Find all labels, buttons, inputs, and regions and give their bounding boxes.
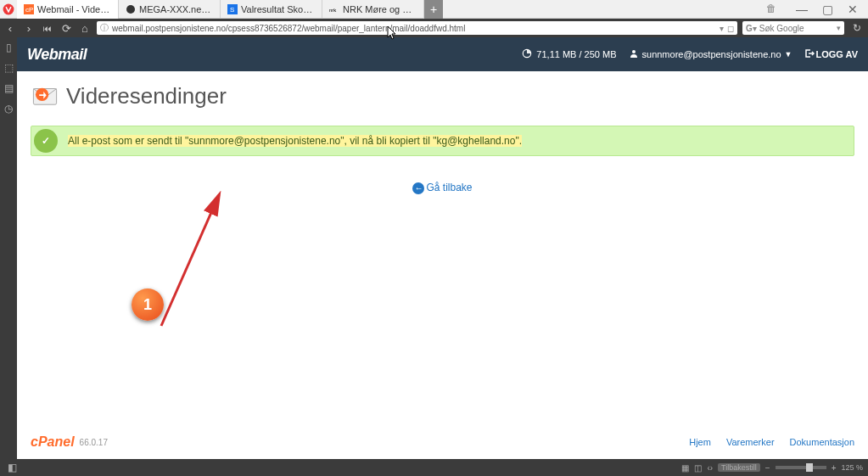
annotation-badge: 1 <box>132 288 164 321</box>
tab-nrk[interactable]: nrk NRK Møre og Romsdal – Lo… <box>322 0 424 19</box>
tab-label: MEGA-XXX.net - Порно ви… <box>139 4 213 14</box>
favicon-icon: cP <box>24 4 34 14</box>
page-title: Videresendinger <box>66 83 227 109</box>
gauge-icon <box>521 48 533 61</box>
disk-usage-text: 71,11 MB / 250 MB <box>536 49 616 59</box>
reader-icon[interactable]: ▾ <box>720 24 724 33</box>
zoom-percentage: 125 % <box>841 463 863 472</box>
go-back-link[interactable]: ←Gå tilbake <box>31 182 854 194</box>
url-input[interactable] <box>112 24 716 33</box>
devtools-icon[interactable]: ‹› <box>707 463 713 473</box>
back-button[interactable]: ‹ <box>3 22 17 35</box>
user-menu[interactable]: sunnmore@postpensjonistene.no ▼ <box>629 48 792 60</box>
minimize-button[interactable]: — <box>793 3 810 16</box>
favicon-icon: nrk <box>329 4 339 14</box>
tab-valresultat[interactable]: S Valresultat Skodje kommu… <box>221 0 322 19</box>
tab-webmail[interactable]: cP Webmail - Videresendinger <box>17 0 119 19</box>
cpanel-logo[interactable]: cPanel <box>31 434 75 450</box>
search-input[interactable] <box>759 24 837 33</box>
vivaldi-app-icon[interactable] <box>0 0 17 19</box>
home-button[interactable]: ⌂ <box>78 22 92 35</box>
zoom-slider[interactable] <box>776 466 826 469</box>
footer-link-home[interactable]: Hjem <box>689 437 711 447</box>
logout-label: LOGG AV <box>816 49 859 59</box>
sync-icon[interactable]: ↻ <box>849 22 865 34</box>
svg-text:cP: cP <box>25 6 33 14</box>
zoom-reset-button[interactable]: Tilbakestill <box>718 463 760 472</box>
images-toggle-icon[interactable]: ▦ <box>681 463 689 473</box>
user-icon <box>629 48 639 60</box>
alert-text: All e-post som er sendt til "sunnmore@po… <box>64 130 525 152</box>
back-arrow-icon: ← <box>412 182 424 194</box>
svg-point-8 <box>632 50 636 53</box>
webmail-logo[interactable]: Webmail <box>27 46 87 64</box>
history-panel-icon[interactable]: ◷ <box>2 102 15 115</box>
svg-text:nrk: nrk <box>329 8 337 13</box>
search-dropdown-icon[interactable]: ▾ <box>837 24 841 32</box>
tab-label: Valresultat Skodje kommu… <box>241 4 315 14</box>
new-tab-button[interactable]: + <box>424 0 443 19</box>
maximize-button[interactable]: ▢ <box>819 3 836 16</box>
footer-link-trademarks[interactable]: Varemerker <box>726 437 775 447</box>
forwarding-icon <box>31 81 59 110</box>
user-email: sunnmore@postpensjonistene.no <box>642 49 781 59</box>
disk-usage: 71,11 MB / 250 MB <box>521 48 616 61</box>
address-bar[interactable]: ⓘ ▾ ◻ <box>97 21 737 35</box>
caret-down-icon: ▼ <box>785 50 792 59</box>
tile-icon[interactable]: ◫ <box>694 463 702 473</box>
bookmark-icon[interactable]: ◻ <box>727 24 734 33</box>
success-alert: ✓ All e-post som er sendt til "sunnmore@… <box>31 126 854 156</box>
close-button[interactable]: ✕ <box>844 3 861 16</box>
forward-button[interactable]: › <box>22 22 36 35</box>
zoom-out-button[interactable]: − <box>765 463 770 473</box>
search-bar[interactable]: G▾ ▾ <box>742 21 844 35</box>
logout-icon <box>804 48 815 60</box>
badge-number: 1 <box>143 296 152 314</box>
logout-button[interactable]: LOGG AV <box>804 48 859 60</box>
bookmarks-panel-icon[interactable]: ▯ <box>2 41 15 54</box>
browser-tabs: cP Webmail - Videresendinger MEGA-XXX.ne… <box>17 0 759 19</box>
reload-button[interactable]: ⟳ <box>59 22 73 35</box>
favicon-icon: S <box>227 4 238 14</box>
svg-point-3 <box>126 5 135 14</box>
footer-link-docs[interactable]: Dokumentasjon <box>790 437 854 447</box>
svg-text:S: S <box>230 6 234 14</box>
panel-toggle-icon[interactable]: ◧ <box>5 461 19 474</box>
tab-label: Webmail - Videresendinger <box>37 4 111 14</box>
cpanel-version: 66.0.17 <box>80 438 108 447</box>
tab-label: NRK Møre og Romsdal – Lo… <box>343 4 417 14</box>
check-icon: ✓ <box>34 129 58 153</box>
search-engine-icon[interactable]: G▾ <box>746 24 757 33</box>
svg-line-12 <box>161 195 219 326</box>
zoom-in-button[interactable]: + <box>832 463 837 473</box>
trash-icon[interactable]: 🗑 <box>766 3 776 16</box>
site-info-icon[interactable]: ⓘ <box>100 22 109 34</box>
go-back-label: Gå tilbake <box>426 182 472 193</box>
tab-mega[interactable]: MEGA-XXX.net - Порно ви… <box>119 0 221 19</box>
favicon-icon <box>126 4 136 14</box>
downloads-panel-icon[interactable]: ⬚ <box>2 61 15 75</box>
rewind-button[interactable]: ⏮ <box>41 24 54 33</box>
notes-panel-icon[interactable]: ▤ <box>2 81 15 95</box>
